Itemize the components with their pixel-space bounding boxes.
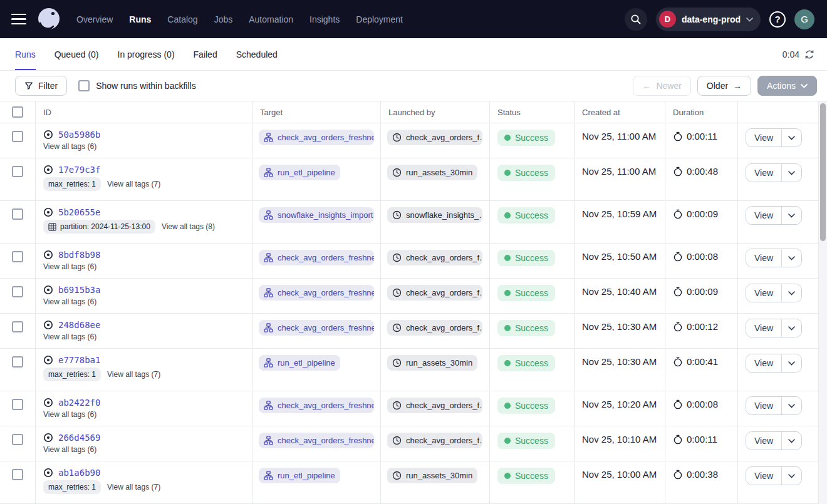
nav-item-insights[interactable]: Insights xyxy=(309,14,340,24)
user-avatar[interactable]: G xyxy=(794,9,814,29)
view-all-tags-link[interactable]: View all tags (6) xyxy=(43,445,96,454)
nav-item-jobs[interactable]: Jobs xyxy=(214,14,233,24)
target-pill[interactable]: snowflake_insights_import xyxy=(259,207,374,223)
view-button[interactable]: View xyxy=(746,432,781,450)
row-checkbox[interactable] xyxy=(12,166,23,177)
refresh-icon[interactable] xyxy=(804,49,814,59)
view-button[interactable]: View xyxy=(746,207,781,224)
launched-by-pill[interactable]: snowflake_insights_… xyxy=(387,207,482,223)
run-id-link[interactable]: 50a5986b xyxy=(58,130,100,140)
target-pill[interactable]: run_etl_pipeline xyxy=(259,165,340,180)
view-all-tags-link[interactable]: View all tags (7) xyxy=(107,180,160,188)
view-all-tags-link[interactable]: View all tags (7) xyxy=(107,370,160,379)
target-pill[interactable]: check_avg_orders_freshne xyxy=(259,250,374,265)
view-button[interactable]: View xyxy=(746,164,781,182)
tab-failed[interactable]: Failed xyxy=(194,38,217,70)
run-id-link[interactable]: e7778ba1 xyxy=(58,355,100,365)
view-dropdown-button[interactable] xyxy=(781,432,801,450)
view-dropdown-button[interactable] xyxy=(781,284,801,302)
tag-pill[interactable]: max_retries: 1 xyxy=(43,368,101,381)
row-checkbox[interactable] xyxy=(12,434,23,445)
nav-item-runs[interactable]: Runs xyxy=(129,14,151,24)
nav-item-catalog[interactable]: Catalog xyxy=(167,14,197,24)
view-all-tags-link[interactable]: View all tags (6) xyxy=(43,297,96,306)
row-checkbox[interactable] xyxy=(12,356,23,368)
run-id-link[interactable]: 248d68ee xyxy=(58,320,100,330)
view-all-tags-link[interactable]: View all tags (6) xyxy=(43,262,96,271)
search-icon[interactable] xyxy=(625,8,647,31)
target-pill[interactable]: check_avg_orders_freshne xyxy=(259,320,374,336)
newer-button[interactable]: ← Newer xyxy=(633,76,690,96)
view-dropdown-button[interactable] xyxy=(781,354,801,372)
launched-by-pill[interactable]: check_avg_orders_f… xyxy=(387,433,482,448)
tab-queued[interactable]: Queued (0) xyxy=(55,38,99,70)
nav-item-overview[interactable]: Overview xyxy=(76,14,113,24)
tab-scheduled[interactable]: Scheduled xyxy=(236,38,278,70)
backfills-checkbox[interactable] xyxy=(78,80,90,91)
launched-by-pill[interactable]: check_avg_orders_f… xyxy=(387,398,482,413)
view-all-tags-link[interactable]: View all tags (6) xyxy=(43,142,96,151)
actions-button[interactable]: Actions xyxy=(757,76,817,96)
vertical-scrollbar[interactable] xyxy=(819,101,827,504)
view-all-tags-link[interactable]: View all tags (8) xyxy=(162,222,215,231)
view-dropdown-button[interactable] xyxy=(781,397,801,414)
view-button[interactable]: View xyxy=(746,354,781,372)
launched-by-pill[interactable]: check_avg_orders_f… xyxy=(387,250,482,265)
row-checkbox[interactable] xyxy=(12,469,23,480)
row-checkbox[interactable] xyxy=(12,321,23,332)
run-id-link[interactable]: 17e79c3f xyxy=(58,165,100,175)
row-checkbox[interactable] xyxy=(12,399,23,410)
row-checkbox[interactable] xyxy=(12,131,23,142)
older-button[interactable]: Older → xyxy=(697,76,751,96)
view-button[interactable]: View xyxy=(746,319,781,337)
row-checkbox[interactable] xyxy=(12,208,23,220)
row-checkbox[interactable] xyxy=(12,286,23,297)
run-id-link[interactable]: ab2422f0 xyxy=(58,398,100,408)
target-pill[interactable]: check_avg_orders_freshne xyxy=(259,130,374,145)
nav-item-deployment[interactable]: Deployment xyxy=(356,14,403,24)
launched-by-pill[interactable]: run_assets_30min xyxy=(387,165,477,180)
scrollbar-thumb[interactable] xyxy=(820,103,826,241)
view-dropdown-button[interactable] xyxy=(781,467,801,485)
view-dropdown-button[interactable] xyxy=(781,249,801,267)
target-pill[interactable]: run_etl_pipeline xyxy=(259,355,340,371)
target-pill[interactable]: check_avg_orders_freshne xyxy=(259,285,374,301)
tab-in-progress[interactable]: In progress (0) xyxy=(118,38,175,70)
run-id-link[interactable]: 8bdf8b98 xyxy=(58,250,100,260)
view-all-tags-link[interactable]: View all tags (6) xyxy=(43,410,96,419)
launched-by-pill[interactable]: run_assets_30min xyxy=(387,355,477,371)
tag-pill[interactable]: max_retries: 1 xyxy=(43,480,101,494)
view-button[interactable]: View xyxy=(746,397,781,414)
run-id-link[interactable]: 266d4569 xyxy=(58,433,100,443)
view-dropdown-button[interactable] xyxy=(781,207,801,224)
target-pill[interactable]: run_etl_pipeline xyxy=(259,468,340,483)
target-pill[interactable]: check_avg_orders_freshne xyxy=(259,433,374,448)
view-dropdown-button[interactable] xyxy=(781,319,801,337)
run-id-link[interactable]: b6915b3a xyxy=(58,285,100,295)
tag-pill[interactable]: max_retries: 1 xyxy=(43,177,101,191)
run-id-link[interactable]: ab1a6b90 xyxy=(58,468,100,478)
view-dropdown-button[interactable] xyxy=(781,129,801,147)
tab-runs[interactable]: Runs xyxy=(15,38,36,70)
view-button[interactable]: View xyxy=(746,467,781,485)
run-id-link[interactable]: 5b20655e xyxy=(58,207,100,217)
launched-by-pill[interactable]: check_avg_orders_f… xyxy=(387,320,482,336)
nav-item-automation[interactable]: Automation xyxy=(249,14,293,24)
help-icon[interactable]: ? xyxy=(769,11,786,28)
launched-by-pill[interactable]: check_avg_orders_f… xyxy=(387,285,482,301)
launched-by-pill[interactable]: run_assets_30min xyxy=(387,468,477,483)
view-dropdown-button[interactable] xyxy=(781,164,801,182)
view-all-tags-link[interactable]: View all tags (7) xyxy=(107,483,160,491)
row-checkbox[interactable] xyxy=(12,251,23,262)
view-button[interactable]: View xyxy=(746,249,781,267)
select-all-checkbox[interactable] xyxy=(12,106,23,118)
deployment-switcher[interactable]: D data-eng-prod xyxy=(656,8,761,31)
filter-button[interactable]: Filter xyxy=(15,76,67,96)
target-pill[interactable]: check_avg_orders_freshne xyxy=(259,398,374,413)
launched-by-pill[interactable]: check_avg_orders_f… xyxy=(387,130,482,145)
menu-icon[interactable] xyxy=(11,14,26,25)
view-button[interactable]: View xyxy=(746,129,781,147)
view-button[interactable]: View xyxy=(746,284,781,302)
tag-pill[interactable]: partition: 2024-11-25-13:00 xyxy=(43,220,155,234)
view-all-tags-link[interactable]: View all tags (6) xyxy=(43,332,96,341)
